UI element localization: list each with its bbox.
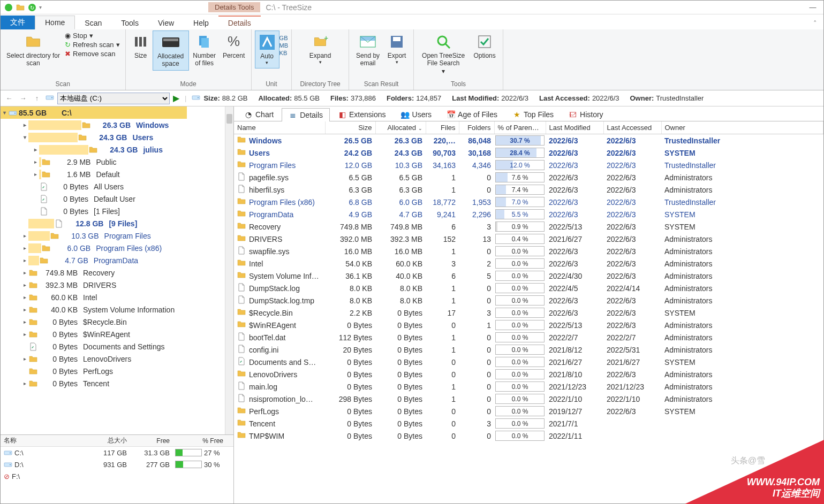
mode-numfiles-button[interactable]: Number of files xyxy=(189,30,220,70)
tree-row[interactable]: ▸24.3 GBjulius xyxy=(1,143,233,156)
table-row[interactable]: $Recycle.Bin 2.2 KB 0 Bytes 17 3 0.0 % 2… xyxy=(234,307,823,319)
tab-tools[interactable]: Tools xyxy=(111,17,148,29)
tree-row[interactable]: 0 BytesDocuments and Settings xyxy=(1,340,233,353)
tree-row[interactable]: ▸60.0 KBIntel xyxy=(1,291,233,303)
table-row[interactable]: Program Files 12.0 GB 10.3 GB 34,163 4,3… xyxy=(234,159,823,171)
nav-back-icon[interactable]: ← xyxy=(4,94,14,102)
table-row[interactable]: nsispromotion_lo… 298 Bytes 0 Bytes 1 0 … xyxy=(234,393,823,405)
col-size[interactable]: Size xyxy=(325,121,375,134)
tab-details[interactable]: Details xyxy=(218,16,261,29)
send-email-button[interactable]: Send by email xyxy=(352,30,383,70)
vtab-extensions[interactable]: ◧Extensions xyxy=(331,108,392,121)
unit-gb-button[interactable]: GB xyxy=(279,35,289,41)
table-row[interactable]: DumpStack.log 8.0 KB 8.0 KB 1 0 0.0 % 20… xyxy=(234,282,823,294)
tab-view[interactable]: View xyxy=(148,17,184,29)
vtab-topfiles[interactable]: ★Top Files xyxy=(505,108,561,121)
col-lm[interactable]: Last Modified xyxy=(546,121,603,134)
table-row[interactable]: DRIVERS 392.0 MB 392.3 MB 152 13 0.4 % 2… xyxy=(234,233,823,245)
drive-row[interactable]: ⊘F:\ xyxy=(1,470,233,482)
tab-scan[interactable]: Scan xyxy=(75,17,111,29)
tree-row[interactable]: ▸4.7 GBProgramData xyxy=(1,254,233,266)
tree-row[interactable]: ▸6.0 GBProgram Files (x86) xyxy=(1,242,233,254)
nav-up-icon[interactable]: ↑ xyxy=(32,94,42,102)
table-row[interactable]: Users 24.2 GB 24.3 GB 90,703 30,168 28.4… xyxy=(234,147,823,159)
table-row[interactable]: DumpStack.log.tmp 8.0 KB 8.0 KB 1 0 0.0 … xyxy=(234,294,823,307)
tree-row[interactable]: 0 BytesPerfLogs xyxy=(1,365,233,377)
col-name[interactable]: Name xyxy=(234,121,325,134)
tree-row[interactable]: ▸40.0 KBSystem Volume Information xyxy=(1,303,233,316)
tree-row[interactable]: ▸0 Bytes$Recycle.Bin xyxy=(1,316,233,328)
export-button[interactable]: Export▾ xyxy=(383,30,410,67)
tree-row[interactable]: ▸749.8 MBRecovery xyxy=(1,266,233,279)
scan-play-button[interactable]: ▶ xyxy=(173,93,179,103)
table-row[interactable]: Tencent 0 Bytes 0 Bytes 0 3 0.0 % 2021/7… xyxy=(234,417,823,430)
tree-row[interactable]: ▸0 BytesLenovoDrivers xyxy=(1,353,233,365)
tree-row[interactable]: ▸0 Bytes$WinREAgent xyxy=(1,328,233,340)
tab-file[interactable]: 文件 xyxy=(1,16,35,29)
unit-mb-button[interactable]: MB xyxy=(279,42,289,49)
collapse-ribbon-icon[interactable]: ˄ xyxy=(807,17,823,29)
unit-kb-button[interactable]: KB xyxy=(279,50,289,56)
table-row[interactable]: config.ini 20 Bytes 0 Bytes 1 0 0.0 % 20… xyxy=(234,343,823,356)
tree-row[interactable]: ▸2.9 MBPublic xyxy=(1,156,233,168)
drives-col-pctfree[interactable]: % Free xyxy=(175,437,229,445)
tree-row[interactable]: 0 Bytes[1 Files] xyxy=(1,205,233,217)
drives-col-free[interactable]: Free xyxy=(132,437,175,445)
tree-row[interactable]: ▸10.3 GBProgram Files xyxy=(1,230,233,242)
select-directory-button[interactable]: Select directory for scan xyxy=(4,30,63,70)
table-row[interactable]: Windows 26.5 GB 26.3 GB 220,… 86,048 30.… xyxy=(234,134,823,147)
tree-row[interactable]: ▾24.3 GBUsers xyxy=(1,131,233,143)
vtab-age[interactable]: 📅Age of Files xyxy=(440,108,504,121)
qat-dropdown-icon[interactable]: ▾ xyxy=(39,4,42,10)
vtab-chart[interactable]: ◔Chart xyxy=(237,108,281,121)
tree-row[interactable]: 0 BytesAll Users xyxy=(1,180,233,193)
col-pct[interactable]: % of Paren… xyxy=(494,121,546,134)
tree-row[interactable]: 12.8 GB[9 Files] xyxy=(1,217,233,230)
mode-size-button[interactable]: Size xyxy=(129,30,153,62)
stop-scan-button[interactable]: ◉Stop ▾ xyxy=(65,32,120,40)
table-row[interactable]: Documents and S… 0 Bytes 0 Bytes 0 0 0.0… xyxy=(234,356,823,368)
tree-row[interactable]: ▸392.3 MBDRIVERS xyxy=(1,279,233,291)
col-alloc[interactable]: Allocated ⌄ xyxy=(375,121,426,134)
vtab-history[interactable]: 🗠History xyxy=(562,108,610,121)
tree-scrollbar[interactable] xyxy=(225,106,233,434)
tree-root[interactable]: ▾85.5 GBC:\ xyxy=(1,106,233,119)
table-row[interactable]: Recovery 749.8 MB 749.8 MB 6 3 0.9 % 202… xyxy=(234,220,823,233)
table-row[interactable]: Program Files (x86) 6.8 GB 6.0 GB 18,772… xyxy=(234,196,823,208)
table-row[interactable]: swapfile.sys 16.0 MB 16.0 MB 1 0 0.0 % 2… xyxy=(234,245,823,257)
table-row[interactable]: System Volume Inf… 36.1 KB 40.0 KB 6 5 0… xyxy=(234,270,823,282)
table-row[interactable]: hiberfil.sys 6.3 GB 6.3 GB 1 0 7.4 % 202… xyxy=(234,184,823,196)
details-grid[interactable]: Name Size Allocated ⌄ Files Folders % of… xyxy=(234,121,823,442)
table-row[interactable]: LenovoDrivers 0 Bytes 0 Bytes 0 0 0.0 % … xyxy=(234,368,823,380)
minimize-button[interactable]: — xyxy=(802,1,823,14)
qat-refresh-icon[interactable]: ↻ xyxy=(27,3,37,12)
remove-scan-button[interactable]: ✖Remove scan xyxy=(65,50,120,58)
drive-row[interactable]: D:\931 GB277 GB30 % xyxy=(1,459,233,470)
vtab-users[interactable]: 👥Users xyxy=(394,108,439,121)
drive-row[interactable]: C:\117 GB31.3 GB27 % xyxy=(1,447,233,459)
table-row[interactable]: bootTel.dat 112 Bytes 0 Bytes 1 0 0.0 % … xyxy=(234,331,823,343)
table-row[interactable]: $WinREAgent 0 Bytes 0 Bytes 0 1 0.0 % 20… xyxy=(234,319,823,331)
mode-allocated-button[interactable]: Allocated space xyxy=(153,30,189,71)
expand-button[interactable]: +Expand▾ xyxy=(295,30,345,67)
table-row[interactable]: main.log 0 Bytes 0 Bytes 1 0 0.0 % 2021/… xyxy=(234,380,823,393)
drives-col-total[interactable]: 总大小 xyxy=(89,436,132,445)
drives-col-name[interactable]: 名称 xyxy=(4,436,89,445)
mode-percent-button[interactable]: %Percent xyxy=(220,30,248,62)
qat-open-icon[interactable] xyxy=(16,3,25,12)
tree-row[interactable]: ▸0 BytesTencent xyxy=(1,377,233,390)
table-row[interactable]: Intel 54.0 KB 60.0 KB 3 2 0.0 % 2022/6/3… xyxy=(234,257,823,270)
table-row[interactable]: PerfLogs 0 Bytes 0 Bytes 0 0 0.0 % 2019/… xyxy=(234,405,823,417)
vtab-details[interactable]: ≣Details xyxy=(282,108,330,121)
col-owner[interactable]: Owner xyxy=(661,121,823,134)
refresh-scan-button[interactable]: ↻Refresh scan ▾ xyxy=(65,41,120,49)
nav-forward-icon[interactable]: → xyxy=(18,94,28,102)
table-row[interactable]: TMP$WIM 0 Bytes 0 Bytes 0 0 0.0 % 2022/1… xyxy=(234,430,823,442)
tree-row[interactable]: ▸26.3 GBWindows xyxy=(1,119,233,131)
options-button[interactable]: Options xyxy=(470,30,500,62)
tree-row[interactable]: 0 BytesDefault User xyxy=(1,193,233,205)
unit-auto-button[interactable]: Auto▾ xyxy=(255,30,279,68)
col-files[interactable]: Files xyxy=(426,121,459,134)
directory-tree[interactable]: ▾85.5 GBC:\▸26.3 GBWindows▾24.3 GBUsers▸… xyxy=(1,106,233,434)
tab-home[interactable]: Home xyxy=(35,16,75,29)
